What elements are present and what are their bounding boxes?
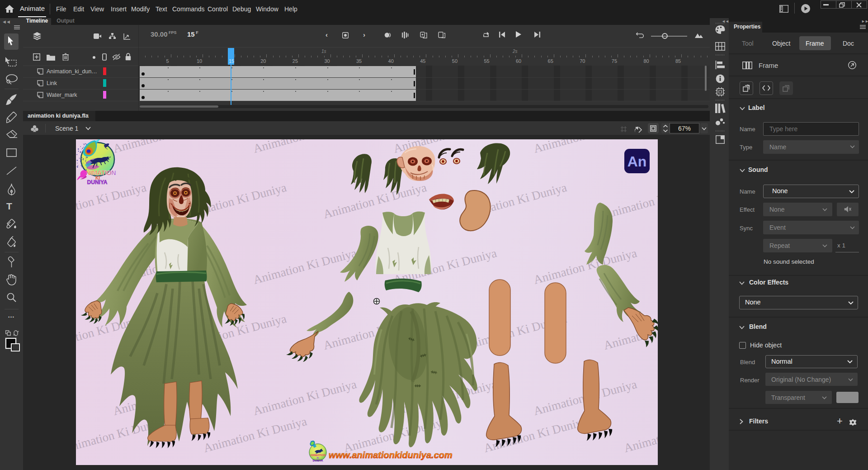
- svg-text:Animation Ki Duniya: Animation Ki Duniya: [532, 246, 638, 287]
- svg-text:Animation Ki Duniya: Animation Ki Duniya: [202, 414, 308, 455]
- svg-text:Animation Ki Duniya: Animation Ki Duniya: [112, 139, 218, 156]
- svg-text:Animation Ki Duniya: Animation Ki Duniya: [623, 414, 658, 455]
- svg-text:DUNIYA: DUNIYA: [87, 179, 108, 185]
- svg-text:Animation Ki Duniya: Animation Ki Duniya: [252, 377, 358, 418]
- svg-text:DUNIYA: DUNIYA: [313, 459, 323, 462]
- svg-text:Animation Ki Duniya: Animation Ki Duniya: [252, 246, 358, 287]
- svg-text:Animation Ki Duniya: Animation Ki Duniya: [532, 139, 638, 156]
- svg-text:Animation Ki Duniya: Animation Ki Duniya: [76, 180, 148, 221]
- svg-text:Animation Ki Duniya: Animation Ki Duniya: [252, 139, 358, 156]
- svg-text:www.animationkiduniya.com: www.animationkiduniya.com: [329, 450, 453, 460]
- svg-text:An: An: [627, 153, 647, 170]
